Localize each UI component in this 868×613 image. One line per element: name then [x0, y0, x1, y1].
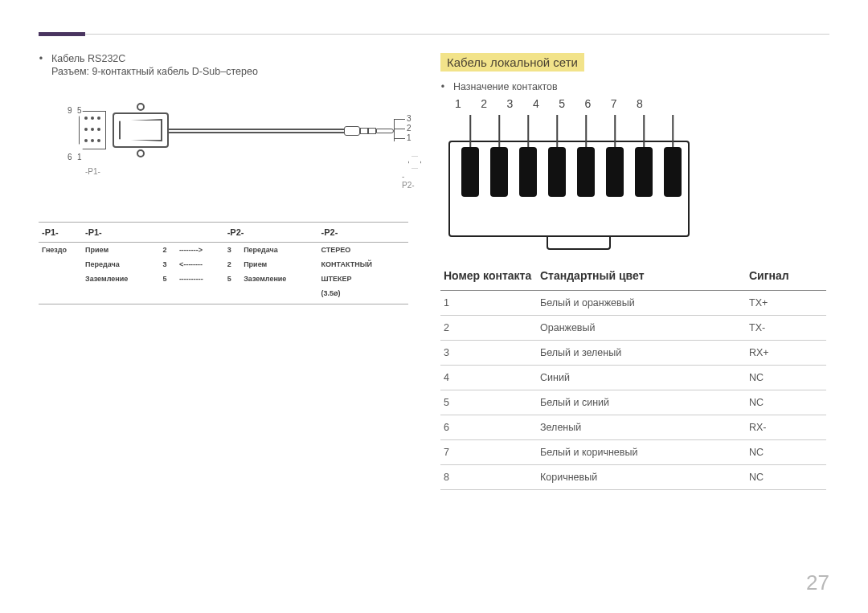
- dsub-housing: [113, 112, 169, 148]
- rj45-pin: [606, 147, 624, 197]
- table-row: 6ЗеленыйRX-: [440, 415, 826, 440]
- cell: Белый и коричневый: [537, 440, 746, 465]
- cell: NC: [746, 440, 826, 465]
- jack-label-1: 1: [407, 133, 411, 142]
- cell: ШТЕКЕР: [318, 272, 408, 286]
- cell: Заземление: [82, 272, 159, 286]
- rj45-pin: [490, 147, 508, 197]
- rj45-pins: [461, 147, 682, 197]
- cell: Передача: [82, 257, 159, 272]
- cell: 5: [159, 272, 175, 286]
- cell: NC: [746, 366, 826, 390]
- cell: Белый и оранжевый: [537, 291, 746, 316]
- rj45-pin-number: 2: [481, 97, 487, 110]
- cell: 3: [224, 243, 240, 258]
- rj45-pin-number: 5: [559, 97, 565, 110]
- cell: Оранжевый: [537, 316, 746, 341]
- lan-pinout-table: Номер контакта Стандартный цвет Сигнал 1…: [440, 264, 826, 490]
- cell: КОНТАКТНЫЙ: [318, 257, 408, 272]
- cell: 2: [159, 243, 175, 258]
- table-row: 5Белый и синийNC: [440, 390, 826, 415]
- rj45-clip: [547, 235, 611, 250]
- rs232c-title: Кабель RS232C: [51, 53, 125, 64]
- table-row: (3.5ø): [39, 286, 408, 304]
- cell: ----------: [176, 272, 224, 286]
- table-row: 7Белый и коричневыйNC: [440, 440, 826, 465]
- cell: Прием: [82, 243, 159, 258]
- rj45-pin: [461, 147, 479, 197]
- rj45-diagram: 12345678: [440, 97, 698, 250]
- table-row: ГнездоПрием2-------->3ПередачаСТЕРЕО: [39, 243, 408, 258]
- cell: [224, 286, 240, 304]
- lan-th-num: Номер контакта: [440, 264, 537, 291]
- cell: NC: [746, 465, 826, 490]
- p2-caption: -P2-: [402, 172, 415, 190]
- cell: 5: [440, 390, 537, 415]
- cell: 4: [440, 366, 537, 390]
- table-row: 3Белый и зеленыйRX+: [440, 341, 826, 366]
- cell: Белый и зеленый: [537, 341, 746, 366]
- page-number: 27: [806, 570, 829, 595]
- cell: СТЕРЕО: [318, 243, 408, 258]
- cell: NC: [746, 390, 826, 415]
- cell: 3: [440, 341, 537, 366]
- bullet-icon: •: [440, 81, 445, 92]
- cell: Синий: [537, 366, 746, 390]
- rj45-pin-number: 1: [455, 97, 461, 110]
- lan-th-color: Стандартный цвет: [537, 264, 746, 291]
- cell: 8: [440, 465, 537, 490]
- rs232-pin-table: -P1- -P1- -P2- -P2- ГнездоПрием2--------…: [39, 222, 408, 304]
- jack-label-2: 2: [407, 124, 411, 133]
- table-row: Передача3<--------2ПриемКОНТАКТНЫЙ: [39, 257, 408, 272]
- cell: -------->: [176, 243, 224, 258]
- cell: [82, 286, 159, 304]
- th-p1b: -P1-: [82, 223, 176, 243]
- cell: Белый и синий: [537, 390, 746, 415]
- hex-icon: [408, 156, 421, 169]
- rs232-socket-label: Гнездо: [39, 243, 82, 304]
- table-row: 1Белый и оранжевыйTX+: [440, 291, 826, 316]
- lan-bullet-text: Назначение контактов: [453, 81, 558, 92]
- cell: 5: [224, 272, 240, 286]
- rj45-pin: [519, 147, 537, 197]
- pin-label-6: 6: [68, 153, 72, 161]
- lan-th-signal: Сигнал: [746, 264, 826, 291]
- th-p2b: -P2-: [318, 223, 408, 243]
- top-rule: [39, 34, 829, 35]
- rj45-pin-number: 7: [611, 97, 617, 110]
- cell: TX-: [746, 316, 826, 341]
- cell: RX+: [746, 341, 826, 366]
- jack-label-3: 3: [407, 114, 411, 123]
- cell: 1: [440, 291, 537, 316]
- cell: Заземление: [240, 272, 317, 286]
- rj45-pin: [577, 147, 595, 197]
- lan-heading: Кабель локальной сети: [440, 53, 584, 72]
- table-row: 4СинийNC: [440, 366, 826, 390]
- pin-label-5: 5: [77, 106, 82, 115]
- pin-label-9: 9: [68, 106, 72, 115]
- cell: 7: [440, 440, 537, 465]
- cell: TX+: [746, 291, 826, 316]
- lan-bullet-row: • Назначение контактов: [440, 81, 826, 92]
- cell: Зеленый: [537, 415, 746, 440]
- rj45-pin-number: 3: [507, 97, 514, 110]
- rs232c-connector-desc: Разъем: 9-контактный кабель D-Sub–стерео: [51, 66, 408, 77]
- table-row: 8КоричневыйNC: [440, 465, 826, 490]
- rj45-pin: [664, 147, 682, 197]
- rj45-pin-number: 6: [584, 97, 591, 110]
- rs232c-diagram: 9 5 6 1 -P1-: [39, 88, 400, 217]
- p1-caption: -P1-: [85, 167, 100, 176]
- bullet-icon: •: [39, 53, 43, 64]
- cell: 6: [440, 415, 537, 440]
- top-accent: [39, 32, 85, 36]
- rj45-pin-number: 4: [533, 97, 539, 110]
- th-arrow: [176, 223, 224, 243]
- cell: 2: [224, 257, 240, 272]
- rj45-pin: [548, 147, 566, 197]
- table-row: 2ОранжевыйTX-: [440, 316, 826, 341]
- cell: 3: [159, 257, 175, 272]
- cell: [159, 286, 175, 304]
- cell: RX-: [746, 415, 826, 440]
- cell: [176, 286, 224, 304]
- left-column: • Кабель RS232C Разъем: 9-контактный каб…: [39, 53, 408, 490]
